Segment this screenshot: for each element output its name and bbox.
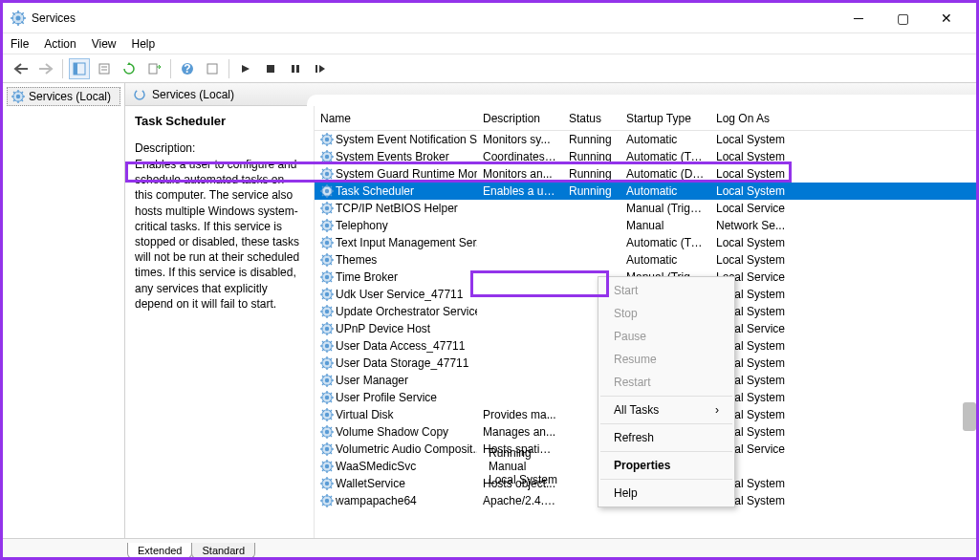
service-name: WalletService xyxy=(336,477,405,490)
list-header: Name Description Status Startup Type Log… xyxy=(315,106,976,131)
service-icon xyxy=(320,202,334,215)
service-name: Text Input Management Ser... xyxy=(336,236,477,249)
context-refresh[interactable]: Refresh xyxy=(600,426,732,449)
menu-help[interactable]: Help xyxy=(132,37,156,51)
service-desc: Monitors sy... xyxy=(477,133,563,146)
context-menu: StartStopPauseResumeRestartAll Tasks›Ref… xyxy=(598,276,735,507)
maximize-button[interactable]: ▢ xyxy=(881,3,925,33)
help-button[interactable]: ? xyxy=(177,58,198,79)
menu-file[interactable]: File xyxy=(11,37,29,51)
service-row[interactable]: Text Input Management Ser... Automatic (… xyxy=(315,234,976,251)
service-desc: Hosts object... xyxy=(477,477,563,490)
service-icon xyxy=(320,460,334,473)
help2-button[interactable] xyxy=(202,58,223,79)
service-name: System Event Notification S... xyxy=(336,133,477,146)
service-row[interactable]: TCP/IP NetBIOS Helper Manual (Trigg... L… xyxy=(315,200,976,217)
service-logon: Network Se... xyxy=(710,219,796,232)
service-logon: Local System xyxy=(710,253,796,267)
service-name: Update Orchestrator Service xyxy=(336,305,477,318)
scrollbar-thumb[interactable] xyxy=(963,402,976,431)
tree-item-services-local[interactable]: Services (Local) xyxy=(7,87,120,106)
service-startup: Automatic (De... xyxy=(620,167,710,181)
service-desc: Enables a us... xyxy=(477,184,563,198)
show-hide-tree-button[interactable] xyxy=(69,58,90,79)
service-desc: Coordinates ... xyxy=(477,150,563,163)
pause-service-button[interactable] xyxy=(285,58,306,79)
export-button[interactable] xyxy=(143,58,164,79)
col-logon[interactable]: Log On As xyxy=(710,112,796,125)
minimize-button[interactable]: ─ xyxy=(837,3,881,33)
service-name: System Guard Runtime Mon... xyxy=(336,167,477,181)
service-name: User Profile Service xyxy=(336,391,437,404)
forward-button[interactable] xyxy=(35,58,56,79)
svg-point-23 xyxy=(135,90,144,99)
service-status: Running xyxy=(483,446,540,460)
service-startup: Manual xyxy=(620,219,710,232)
tab-extended[interactable]: Extended xyxy=(127,543,192,559)
service-logon: Local System xyxy=(710,236,796,249)
service-status: Running xyxy=(563,167,620,181)
col-startup[interactable]: Startup Type xyxy=(620,112,710,125)
service-logon: Local System xyxy=(710,167,796,181)
service-icon xyxy=(320,219,334,232)
service-name: Volumetric Audio Composit... xyxy=(336,442,477,456)
service-row[interactable]: Task Scheduler Enables a us... Running A… xyxy=(315,183,976,200)
service-name: Task Scheduler xyxy=(336,184,414,198)
context-start: Start xyxy=(600,279,732,302)
close-button[interactable]: ✕ xyxy=(925,3,968,33)
service-row[interactable]: System Event Notification S... Monitors … xyxy=(315,131,976,148)
context-help[interactable]: Help xyxy=(600,482,732,505)
tab-standard[interactable]: Standard xyxy=(191,543,255,559)
stop-service-button[interactable] xyxy=(260,58,281,79)
service-icon xyxy=(320,374,334,387)
svg-rect-11 xyxy=(74,63,77,75)
service-name: User Data Storage_47711 xyxy=(336,356,468,370)
pane-header: Services (Local) xyxy=(125,83,976,106)
service-icon xyxy=(320,391,334,404)
context-separator xyxy=(600,451,732,452)
svg-rect-15 xyxy=(149,64,157,74)
service-startup: Manual (Trigg... xyxy=(620,202,710,215)
col-status[interactable]: Status xyxy=(563,112,620,125)
menu-action[interactable]: Action xyxy=(44,37,76,51)
service-row[interactable]: System Guard Runtime Mon... Monitors an.… xyxy=(315,165,976,183)
service-logon: Local Service xyxy=(710,202,796,215)
titlebar: Services ─ ▢ ✕ xyxy=(3,3,976,33)
properties-button[interactable] xyxy=(94,58,115,79)
service-row[interactable]: Telephony Manual Network Se... xyxy=(315,217,976,234)
window-title: Services xyxy=(32,11,837,25)
context-all-tasks[interactable]: All Tasks› xyxy=(600,398,732,421)
service-icon xyxy=(320,167,334,181)
service-name: WaaSMedicSvc xyxy=(336,460,416,473)
restart-service-button[interactable] xyxy=(310,58,331,79)
context-pause: Pause xyxy=(600,325,732,348)
app-icon xyxy=(11,11,26,26)
col-name[interactable]: Name xyxy=(315,112,477,125)
service-name: Volume Shadow Copy xyxy=(336,425,448,439)
service-icon xyxy=(320,477,334,490)
start-service-button[interactable] xyxy=(235,58,256,79)
col-desc[interactable]: Description xyxy=(477,112,563,125)
service-row[interactable]: Themes Automatic Local System xyxy=(315,251,976,269)
back-button[interactable] xyxy=(11,58,32,79)
pane-title: Services (Local) xyxy=(152,88,234,101)
service-icon xyxy=(320,150,334,163)
tree-item-label: Services (Local) xyxy=(29,90,111,103)
service-icon xyxy=(320,442,334,456)
service-startup: Manual xyxy=(483,460,563,473)
svg-text:?: ? xyxy=(184,62,190,75)
service-name: User Data Access_47711 xyxy=(336,339,465,353)
service-name: User Manager xyxy=(336,374,408,387)
service-desc: Apache/2.4.5... xyxy=(477,494,563,507)
context-properties[interactable]: Properties xyxy=(600,454,732,477)
menu-view[interactable]: View xyxy=(92,37,117,51)
detail-pane: Task Scheduler Description: Enables a us… xyxy=(125,106,315,538)
detail-desc-label: Description: xyxy=(135,141,304,155)
refresh-button[interactable] xyxy=(119,58,140,79)
chevron-right-icon: › xyxy=(715,403,719,417)
menubar: File Action View Help xyxy=(3,33,976,54)
service-row[interactable]: System Events Broker Coordinates ... Run… xyxy=(315,148,976,165)
service-startup: Automatic xyxy=(620,253,710,267)
context-stop: Stop xyxy=(600,302,732,325)
service-desc: Manages an... xyxy=(477,425,563,439)
